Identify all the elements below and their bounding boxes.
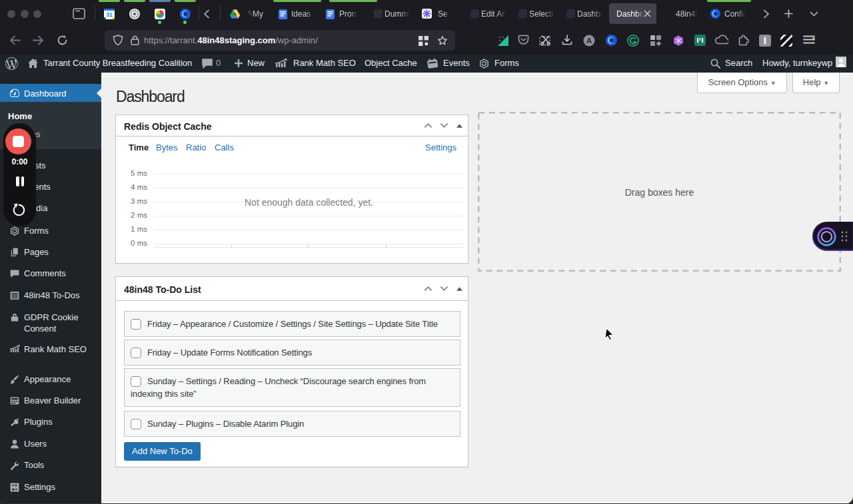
svg-text:A: A	[586, 37, 592, 45]
svg-text:31: 31	[106, 11, 113, 18]
